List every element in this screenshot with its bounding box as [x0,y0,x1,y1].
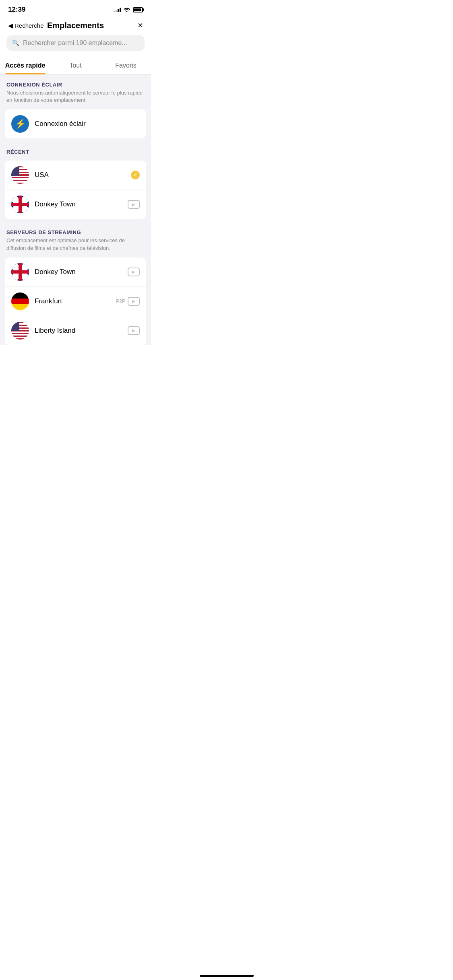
recent-usa-item[interactable]: USA ✓ [5,161,146,189]
page-title: Emplacements [47,21,104,30]
frankfurt-badges: P2P ▶ [116,297,140,306]
section-connexion-header: CONNEXION ÉCLAIR Nous choisirons automat… [0,74,151,106]
streaming-icon: ▶ [128,200,140,209]
back-label: Recherche [14,22,44,29]
wifi-icon [123,6,130,13]
search-container: 🔍 Rechercher parmi 190 emplaceme... [0,35,151,57]
streaming-play-icon: ▶ [128,268,140,276]
liberty-badges: ▶ [128,326,140,335]
search-input[interactable]: Rechercher parmi 190 emplaceme... [23,39,127,47]
usa-badges: ✓ [131,171,140,179]
tab-acces-rapide[interactable]: Accès rapide [0,57,50,74]
frankfurt-label: Frankfurt [35,297,116,305]
usa-flag-icon [11,166,29,184]
streaming-frankfurt-item[interactable]: Frankfurt P2P ▶ [5,286,146,316]
active-check-icon: ✓ [131,171,140,179]
uk-flag-streaming-icon [11,263,29,281]
close-button[interactable]: × [138,20,143,31]
connexion-eclair-item[interactable]: ⚡ Connexion éclair [5,109,146,138]
section-streaming-title: SERVEURS DE STREAMING [6,229,145,235]
usa-label: USA [35,171,131,179]
liberty-island-label: Liberty Island [35,327,128,335]
status-icons [114,6,143,13]
uk-flag-icon [11,196,29,213]
connexion-eclair-label: Connexion éclair [35,120,140,128]
donkeytown-streaming-label: Donkey Town [35,268,128,276]
p2p-label: P2P [116,299,125,304]
section-connexion-subtitle: Nous choisirons automatiquement le serve… [6,89,145,104]
section-connexion-title: CONNEXION ÉCLAIR [6,82,145,88]
donkeytown-recent-label: Donkey Town [35,200,128,208]
recent-card: USA ✓ Donkey Town ▶ [5,161,146,219]
streaming-liberty-item[interactable]: Liberty Island ▶ [5,316,146,345]
de-flag-icon [11,292,29,310]
tab-tout[interactable]: Tout [50,57,101,74]
streaming-donkeytown-item[interactable]: Donkey Town ▶ [5,257,146,286]
lightning-icon: ⚡ [11,115,29,133]
liberty-streaming-icon: ▶ [128,326,140,335]
nav-bar: ◀ Recherche Emplacements × [0,17,151,35]
search-bar[interactable]: 🔍 Rechercher parmi 190 emplaceme... [6,35,145,51]
search-icon: 🔍 [12,39,20,47]
tab-favoris[interactable]: Favoris [101,57,151,74]
status-time: 12:39 [8,6,25,14]
battery-icon [133,7,143,12]
recent-donkeytown-item[interactable]: Donkey Town ▶ [5,189,146,219]
streaming-card: Donkey Town ▶ Frankfurt P2P ▶ Liberty Is… [5,257,146,345]
usa-flag-streaming-icon [11,322,29,340]
back-arrow-icon: ◀ [8,22,13,29]
content-area: CONNEXION ÉCLAIR Nous choisirons automat… [0,74,151,345]
tabs-container: Accès rapide Tout Favoris [0,57,151,74]
back-button[interactable]: ◀ Recherche [8,22,44,29]
section-streaming-subtitle: Cet emplacement est optimisé pour les se… [6,237,145,251]
donkeytown-streaming-badges: ▶ [128,268,140,276]
section-streaming-header: SERVEURS DE STREAMING Cet emplacement es… [0,222,151,254]
connexion-eclair-card: ⚡ Connexion éclair [5,109,146,138]
section-recent-header: RÉCENT [0,142,151,157]
frankfurt-streaming-icon: ▶ [128,297,140,306]
section-recent-title: RÉCENT [6,149,145,155]
signal-icon [114,7,121,12]
status-bar: 12:39 [0,0,151,17]
donkeytown-recent-badges: ▶ [128,200,140,209]
